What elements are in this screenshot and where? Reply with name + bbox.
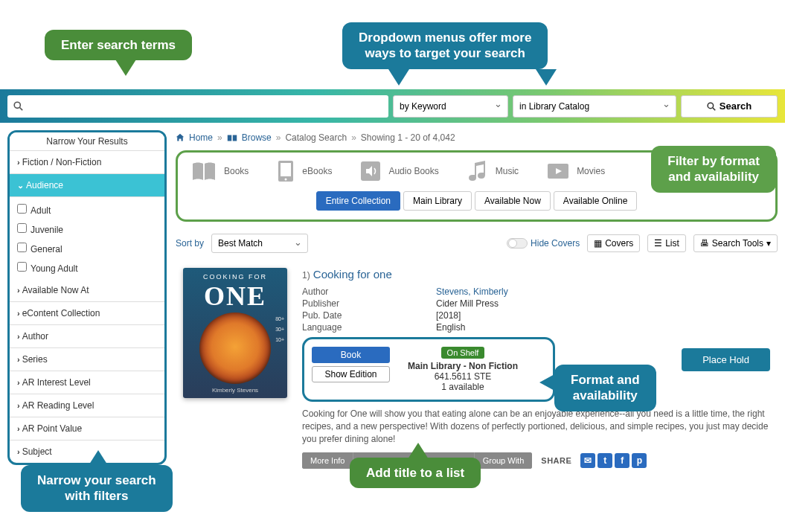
cover-badges: 80+30+10+: [275, 316, 284, 342]
ebooks-icon: [277, 160, 295, 182]
search-input[interactable]: [23, 100, 382, 112]
share-label: SHARE: [541, 456, 571, 465]
place-hold-button[interactable]: Place Hold: [682, 348, 770, 371]
format-book-button[interactable]: Book: [312, 347, 390, 363]
search-scope-wrap: in Library Catalog: [513, 95, 676, 118]
svg-line-1: [20, 108, 23, 111]
onshelf-badge: On Shelf: [441, 347, 485, 359]
svg-point-0: [14, 102, 20, 108]
meta-author: AuthorStevens, Kimberly: [302, 286, 778, 297]
facet-option-youngadult[interactable]: Young Adult: [17, 258, 164, 278]
view-covers-button[interactable]: ▦Covers: [587, 234, 640, 252]
toggle-icon: [507, 238, 528, 249]
callout-format-filter: Filter by format and availability: [651, 146, 776, 193]
format-music[interactable]: Music: [467, 160, 519, 182]
bowl-icon: [199, 313, 271, 384]
facet-option-adult[interactable]: Adult: [17, 200, 164, 219]
browse-icon: [227, 134, 237, 142]
show-edition-button[interactable]: Show Edition: [312, 366, 390, 382]
breadcrumb-browse[interactable]: Browse: [242, 132, 272, 143]
format-label: Audio Books: [388, 166, 438, 176]
format-label: Music: [496, 166, 519, 176]
search-button-label: Search: [720, 100, 752, 112]
search-scope-select[interactable]: in Library Catalog: [513, 95, 676, 118]
list-icon: ☰: [654, 238, 662, 249]
pill-main-library[interactable]: Main Library: [403, 191, 472, 211]
pill-entire-collection[interactable]: Entire Collection: [316, 191, 400, 211]
group-with-button[interactable]: Group With: [475, 452, 533, 469]
pill-available-now[interactable]: Available Now: [475, 191, 551, 211]
facet-label: Fiction / Non-Fiction: [22, 157, 102, 167]
pill-available-online[interactable]: Available Online: [554, 191, 638, 211]
search-bar: by Keyword in Library Catalog Search: [0, 89, 785, 123]
print-icon: 🖶: [700, 238, 709, 249]
format-books[interactable]: Books: [191, 161, 249, 182]
author-link[interactable]: Stevens, Kimberly: [436, 286, 508, 297]
share-email-icon[interactable]: ✉: [580, 453, 595, 468]
chevron-right-icon: ›: [17, 309, 20, 318]
facet-econtent[interactable]: ›eContent Collection: [10, 302, 164, 325]
meta-publisher: PublisherCider Mill Press: [302, 298, 778, 309]
sort-select-wrap: Best Match: [211, 234, 308, 253]
results-toolbar: Sort by Best Match Hide Covers ▦Covers ☰…: [176, 229, 778, 257]
format-label: eBooks: [302, 166, 332, 176]
breadcrumb-sep: »: [276, 132, 281, 143]
cover-title: ONE: [183, 281, 287, 312]
svg-rect-5: [281, 163, 291, 176]
facet-series[interactable]: ›Series: [10, 348, 164, 371]
chevron-down-icon: ⌄: [17, 181, 24, 190]
facet-option-juvenile[interactable]: Juvenile: [17, 219, 164, 239]
search-type-select[interactable]: by Keyword: [393, 95, 508, 118]
facet-author[interactable]: ›Author: [10, 325, 164, 348]
book-cover[interactable]: COOKING FOR ONE 80+30+10+ Kimberly Steve…: [183, 268, 287, 398]
grid-icon: ▦: [594, 238, 602, 249]
availability-box: Book Show Edition On Shelf Main Library …: [302, 337, 555, 402]
search-tools-button[interactable]: 🖶Search Tools▾: [693, 234, 778, 252]
breadcrumb-sep: »: [351, 132, 356, 143]
books-icon: [191, 161, 217, 182]
format-ebooks[interactable]: eBooks: [277, 160, 332, 182]
svg-line-3: [713, 107, 715, 109]
facet-ar-reading[interactable]: ›AR Reading Level: [10, 394, 164, 417]
chevron-right-icon: ›: [17, 378, 20, 387]
callout-search-terms: Enter search terms: [45, 30, 192, 60]
facet-ar-interest[interactable]: ›AR Interest Level: [10, 371, 164, 394]
callout-tail: [88, 450, 109, 467]
music-icon: [467, 160, 488, 182]
share-pinterest-icon[interactable]: p: [632, 453, 647, 468]
collection-pills: Entire Collection Main Library Available…: [184, 191, 769, 211]
facet-label: Author: [22, 331, 48, 342]
facet-subject[interactable]: ›Subject: [10, 440, 164, 463]
breadcrumb-home[interactable]: Home: [189, 132, 213, 143]
facet-label: Audience: [26, 180, 63, 190]
share-facebook-icon[interactable]: f: [615, 453, 629, 468]
location-text: Main Library - Non Fiction: [408, 361, 518, 371]
facet-audience[interactable]: ⌄Audience: [10, 174, 164, 197]
facet-option-general[interactable]: General: [17, 239, 164, 258]
callout-tail: [408, 443, 429, 459]
cover-wrap: COOKING FOR ONE 80+30+10+ Kimberly Steve…: [176, 268, 287, 469]
svg-point-6: [285, 179, 287, 181]
format-movies[interactable]: Movies: [547, 161, 605, 181]
facet-label: AR Interest Level: [22, 377, 91, 388]
more-info-button[interactable]: More Info: [302, 452, 353, 469]
chevron-right-icon: ›: [17, 332, 20, 341]
callout-format-avail: Format and availability: [554, 365, 656, 411]
callout-tail: [536, 69, 557, 86]
sort-select[interactable]: Best Match: [211, 234, 308, 253]
facet-ar-point[interactable]: ›AR Point Value: [10, 417, 164, 440]
facet-available-now[interactable]: ›Available Now At: [10, 279, 164, 302]
hide-covers-toggle[interactable]: Hide Covers: [507, 238, 580, 249]
format-label: Movies: [577, 166, 605, 176]
result-title-link[interactable]: Cooking for one: [313, 268, 392, 281]
view-list-button[interactable]: ☰List: [647, 234, 686, 252]
facet-fiction[interactable]: ›Fiction / Non-Fiction: [10, 151, 164, 174]
search-button[interactable]: Search: [681, 95, 778, 118]
callout-add-list: Add title to a list: [350, 458, 481, 487]
format-audiobooks[interactable]: Audio Books: [360, 161, 438, 182]
facet-label: eContent Collection: [22, 308, 100, 318]
share-twitter-icon[interactable]: t: [597, 453, 612, 468]
callout-narrow: Narrow your search with filters: [21, 465, 173, 487]
availability-info: On Shelf Main Library - Non Fiction 641.…: [408, 347, 518, 392]
search-input-wrapper: [7, 95, 388, 118]
